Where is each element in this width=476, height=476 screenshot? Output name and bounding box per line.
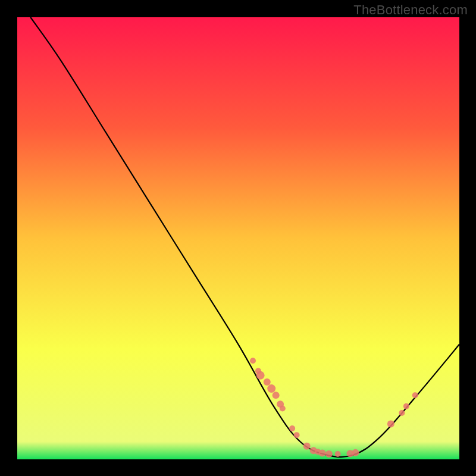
data-point bbox=[399, 410, 405, 416]
data-point bbox=[303, 443, 311, 450]
data-point bbox=[335, 451, 341, 457]
data-point bbox=[256, 371, 265, 380]
data-point bbox=[289, 425, 295, 431]
data-point bbox=[264, 378, 271, 386]
data-point bbox=[280, 406, 286, 412]
chart-svg bbox=[17, 17, 459, 459]
data-point bbox=[403, 403, 409, 409]
data-point bbox=[319, 450, 326, 457]
data-point bbox=[267, 384, 275, 393]
chart-container: TheBottleneck.com bbox=[0, 0, 476, 476]
data-point bbox=[250, 358, 256, 364]
data-point bbox=[325, 450, 333, 458]
gradient-background bbox=[17, 17, 459, 459]
data-point bbox=[352, 449, 359, 456]
data-point bbox=[412, 392, 418, 398]
data-point bbox=[273, 392, 280, 399]
data-point bbox=[387, 421, 394, 428]
plot-area bbox=[17, 17, 459, 459]
watermark-text: TheBottleneck.com bbox=[353, 2, 468, 18]
data-point bbox=[294, 432, 300, 438]
